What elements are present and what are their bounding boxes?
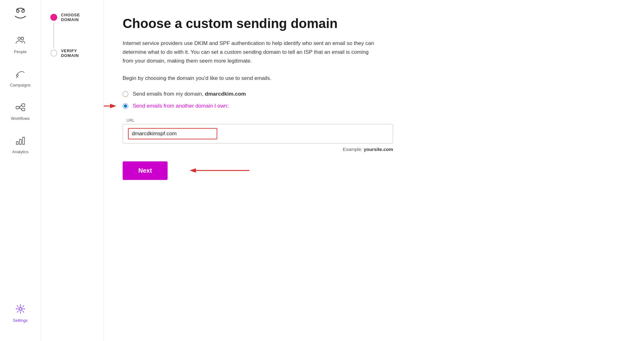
next-button[interactable]: Next <box>123 161 168 180</box>
radio-option-my-domain[interactable]: Send emails from my domain, dmarcdkim.co… <box>123 91 625 97</box>
step-choose-domain: CHOOSE DOMAIN <box>50 13 94 48</box>
svg-rect-7 <box>16 106 19 109</box>
stepper-panel: CHOOSE DOMAIN VERIFY DOMAIN <box>41 0 104 341</box>
svg-point-15 <box>19 308 22 310</box>
step-label-choose: CHOOSE DOMAIN <box>61 13 94 22</box>
radio-my-domain[interactable] <box>123 91 128 97</box>
radio-option-another-domain-row: Send emails from another domain I own: <box>123 103 625 109</box>
svg-rect-14 <box>23 137 25 144</box>
url-inner-border <box>128 128 217 139</box>
sidebar-item-analytics-label: Analytics <box>12 149 28 154</box>
sidebar-item-settings[interactable]: Settings <box>0 301 41 325</box>
radio-option-another-domain[interactable]: Send emails from another domain I own: <box>123 103 229 109</box>
sidebar-item-people[interactable]: People <box>0 33 41 57</box>
campaigns-icon <box>15 69 25 81</box>
step-verify-domain: VERIFY DOMAIN <box>50 48 94 58</box>
people-icon <box>15 35 25 48</box>
url-outer-border <box>123 124 393 143</box>
sidebar-item-workflows[interactable]: Workflows <box>0 99 41 123</box>
svg-line-11 <box>19 108 22 109</box>
step-connector <box>53 23 54 48</box>
radio-label-another-domain: Send emails from another domain I own: <box>133 103 229 109</box>
red-arrow-svg-left <box>104 101 116 111</box>
svg-point-0 <box>16 10 19 12</box>
sidebar-item-campaigns[interactable]: Campaigns <box>0 66 41 90</box>
sidebar-item-workflows-label: Workflows <box>11 116 30 121</box>
app-logo <box>13 6 28 23</box>
step-circle-verify <box>50 50 57 57</box>
svg-rect-8 <box>22 104 25 106</box>
analytics-icon <box>15 135 25 148</box>
page-title: Choose a custom sending domain <box>123 16 625 31</box>
svg-marker-18 <box>110 104 116 108</box>
workflows-icon <box>15 102 25 114</box>
settings-icon <box>15 304 25 316</box>
radio-label-my-domain: Send emails from my domain, dmarcdkim.co… <box>133 91 246 97</box>
step-circle-choose <box>50 14 57 21</box>
description-text: Internet service providers use DKIM and … <box>123 39 380 65</box>
sidebar-item-settings-label: Settings <box>13 318 28 323</box>
radio-another-domain[interactable] <box>123 103 128 109</box>
url-label: URL <box>123 118 393 123</box>
svg-point-1 <box>22 10 24 12</box>
sidebar-item-people-label: People <box>14 49 26 54</box>
sidebar-item-campaigns-label: Campaigns <box>10 83 31 87</box>
begin-text: Begin by choosing the domain you'd like … <box>123 75 625 81</box>
url-input[interactable] <box>129 129 217 139</box>
step-label-verify: VERIFY DOMAIN <box>61 48 94 58</box>
svg-line-10 <box>19 105 22 108</box>
sidebar-item-analytics[interactable]: Analytics <box>0 133 41 157</box>
example-domain: yoursite.com <box>364 147 393 152</box>
svg-marker-19 <box>190 168 196 173</box>
url-field-container: URL <box>123 118 393 143</box>
example-text: Example: yoursite.com <box>123 147 393 152</box>
svg-rect-12 <box>16 142 18 144</box>
red-arrow-svg-right <box>180 166 249 175</box>
svg-point-4 <box>21 37 24 40</box>
svg-point-2 <box>18 37 20 40</box>
svg-rect-13 <box>19 139 21 144</box>
svg-rect-9 <box>22 108 25 111</box>
next-area: Next <box>123 161 625 180</box>
radio-group: Send emails from my domain, dmarcdkim.co… <box>123 91 625 109</box>
svg-point-16 <box>18 307 23 311</box>
annotation-arrow-right <box>180 166 249 175</box>
annotation-arrow-left <box>104 101 116 111</box>
svg-line-6 <box>17 76 17 78</box>
sidebar: People Campaigns Workflows <box>0 0 41 341</box>
main-content: Choose a custom sending domain Internet … <box>104 0 644 341</box>
